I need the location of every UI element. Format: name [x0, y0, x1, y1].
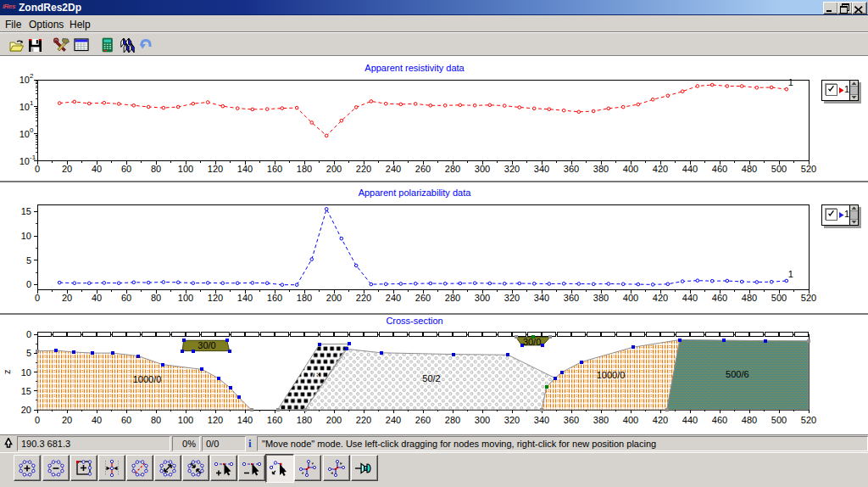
svg-text:200: 200	[326, 164, 342, 174]
svg-text:100: 100	[178, 415, 193, 425]
svg-text:340: 340	[534, 415, 549, 425]
svg-text:520: 520	[801, 164, 816, 174]
svg-text:0: 0	[26, 329, 31, 339]
svg-text:440: 440	[682, 415, 698, 425]
svg-text:480: 480	[742, 164, 757, 174]
svg-text:300: 300	[475, 164, 490, 174]
svg-text:440: 440	[682, 293, 698, 303]
svg-text:10: 10	[19, 75, 30, 85]
svg-text:280: 280	[445, 293, 460, 303]
svg-text:1000/0: 1000/0	[597, 370, 626, 380]
svg-text:20: 20	[62, 164, 72, 174]
svg-text:10: 10	[19, 102, 30, 112]
svg-text:0: 0	[35, 415, 40, 425]
svg-text:120: 120	[208, 164, 223, 174]
svg-text:-1: -1	[30, 154, 36, 161]
svg-text:140: 140	[237, 415, 253, 425]
svg-text:380: 380	[593, 293, 609, 303]
svg-text:400: 400	[623, 164, 638, 174]
svg-text:5: 5	[26, 255, 31, 266]
svg-text:260: 260	[415, 164, 431, 174]
svg-text:30/0: 30/0	[198, 340, 215, 350]
svg-text:80: 80	[151, 415, 161, 425]
svg-text:320: 320	[504, 164, 520, 174]
svg-text:Cross-section: Cross-section	[386, 316, 442, 326]
svg-text:360: 360	[564, 164, 579, 174]
svg-text:15: 15	[21, 206, 31, 216]
svg-text:520: 520	[801, 293, 816, 303]
svg-text:160: 160	[267, 293, 282, 303]
svg-text:40: 40	[92, 164, 102, 174]
svg-text:500: 500	[771, 293, 787, 303]
svg-text:1: 1	[788, 269, 793, 279]
svg-text:1/3: 1/3	[306, 370, 319, 380]
svg-text:340: 340	[534, 293, 549, 303]
svg-text:2: 2	[30, 72, 34, 80]
svg-text:Apparent polarizability data: Apparent polarizability data	[359, 188, 472, 198]
svg-text:80: 80	[151, 164, 161, 174]
svg-text:1: 1	[788, 77, 793, 87]
svg-text:320: 320	[504, 415, 520, 425]
svg-text:320: 320	[504, 293, 520, 303]
svg-text:10: 10	[21, 231, 31, 241]
svg-text:240: 240	[386, 164, 401, 174]
svg-text:500/6: 500/6	[726, 369, 749, 379]
svg-text:10: 10	[21, 367, 31, 378]
svg-text:140: 140	[237, 164, 253, 174]
svg-text:200: 200	[326, 415, 342, 425]
svg-text:20: 20	[62, 293, 72, 303]
svg-text:10: 10	[19, 129, 30, 139]
svg-text:220: 220	[356, 415, 371, 425]
svg-text:380: 380	[593, 415, 609, 425]
svg-text:15: 15	[21, 386, 31, 396]
svg-text:460: 460	[712, 293, 727, 303]
svg-text:280: 280	[445, 415, 460, 425]
svg-text:0: 0	[26, 279, 31, 289]
svg-text:300: 300	[475, 293, 490, 303]
svg-text:40: 40	[92, 293, 102, 303]
svg-text:50/2: 50/2	[422, 373, 440, 383]
svg-text:0: 0	[35, 164, 40, 174]
svg-text:460: 460	[712, 415, 727, 425]
svg-text:5: 5	[26, 348, 31, 358]
svg-text:60: 60	[121, 415, 131, 425]
svg-text:240: 240	[386, 293, 401, 303]
svg-text:60: 60	[121, 293, 131, 303]
svg-text:80: 80	[151, 293, 161, 303]
svg-text:420: 420	[653, 164, 668, 174]
svg-text:180: 180	[297, 164, 312, 174]
svg-text:120: 120	[208, 415, 223, 425]
svg-text:20: 20	[62, 415, 72, 425]
svg-text:340: 340	[534, 164, 549, 174]
svg-text:180: 180	[297, 293, 312, 303]
svg-text:100: 100	[178, 293, 193, 303]
svg-text:420: 420	[653, 415, 668, 425]
svg-text:0: 0	[30, 126, 34, 134]
svg-text:480: 480	[742, 415, 757, 425]
svg-text:z: z	[2, 370, 12, 375]
svg-text:220: 220	[356, 164, 371, 174]
svg-text:10: 10	[19, 156, 30, 166]
svg-text:300: 300	[475, 415, 490, 425]
svg-text:1000/0: 1000/0	[133, 374, 162, 384]
svg-text:520: 520	[801, 415, 816, 425]
svg-text:500: 500	[771, 164, 787, 174]
svg-text:360: 360	[564, 415, 579, 425]
svg-text:40: 40	[92, 415, 102, 425]
svg-text:460: 460	[712, 164, 727, 174]
svg-text:220: 220	[356, 293, 371, 303]
svg-text:400: 400	[623, 293, 638, 303]
svg-text:240: 240	[386, 415, 401, 425]
svg-text:100: 100	[178, 164, 193, 174]
svg-text:480: 480	[742, 293, 757, 303]
svg-text:60: 60	[121, 164, 131, 174]
svg-text:280: 280	[445, 164, 460, 174]
svg-text:500: 500	[771, 415, 787, 425]
svg-text:180: 180	[297, 415, 312, 425]
svg-text:160: 160	[267, 164, 282, 174]
svg-text:140: 140	[237, 293, 253, 303]
svg-text:400: 400	[623, 415, 638, 425]
svg-text:20: 20	[21, 405, 31, 415]
svg-text:440: 440	[682, 164, 698, 174]
svg-text:380: 380	[593, 164, 609, 174]
